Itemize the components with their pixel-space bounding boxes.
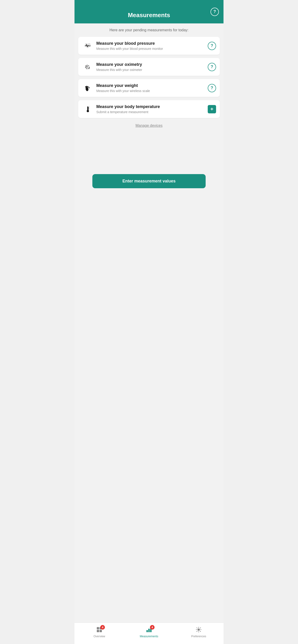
svg-point-7 bbox=[88, 86, 89, 88]
help-action-oximetry[interactable]: ? bbox=[208, 63, 216, 71]
overview-icon-wrap: 4 bbox=[96, 626, 103, 634]
subtitle-text: Here are your pending measurements for t… bbox=[78, 28, 220, 32]
nav-label-overview: Overview bbox=[94, 635, 105, 638]
card-body-blood-pressure: Measure your blood pressure Measure this… bbox=[94, 41, 208, 50]
nav-label-preferences: Preferences bbox=[191, 635, 206, 638]
page-title: Measurements bbox=[128, 12, 170, 19]
measurement-card-oximetry: 2 O Measure your oximetry Measure this w… bbox=[78, 58, 220, 76]
help-button[interactable]: ? bbox=[210, 8, 219, 16]
nav-label-measurements: Measurements bbox=[140, 635, 158, 638]
heartbeat-icon bbox=[82, 42, 94, 50]
card-title-oximetry: Measure your oximetry bbox=[96, 62, 205, 67]
app-header: Measurements ? bbox=[75, 0, 223, 24]
card-body-temperature: Measure your body temperature Submit a t… bbox=[94, 104, 208, 114]
help-action-blood-pressure[interactable]: ? bbox=[208, 42, 216, 50]
bottom-navigation: 4 Overview 4 Measurements Preferences bbox=[75, 622, 223, 644]
add-action-temperature[interactable]: + bbox=[208, 105, 216, 113]
card-subtitle-oximetry: Measure this with your oximeter bbox=[96, 68, 205, 72]
nav-item-preferences[interactable]: Preferences bbox=[174, 625, 223, 639]
card-body-weight: Measure your weight Measure this with yo… bbox=[94, 83, 208, 93]
measurements-badge: 4 bbox=[150, 625, 155, 630]
card-subtitle-blood-pressure: Measure this with your blood pressure mo… bbox=[96, 47, 205, 50]
card-title-blood-pressure: Measure your blood pressure bbox=[96, 41, 205, 46]
measurement-card-temperature: ° Measure your body temperature Submit a… bbox=[78, 100, 220, 118]
manage-devices-link[interactable]: Manage devices bbox=[78, 124, 220, 128]
svg-rect-15 bbox=[97, 627, 99, 630]
svg-text:2: 2 bbox=[89, 67, 90, 69]
svg-rect-20 bbox=[148, 629, 150, 632]
svg-text:°: ° bbox=[89, 106, 90, 107]
card-subtitle-temperature: Submit a temperature measurement bbox=[96, 110, 205, 114]
o2-icon: 2 O bbox=[82, 63, 94, 71]
card-title-temperature: Measure your body temperature bbox=[96, 104, 205, 109]
svg-point-10 bbox=[87, 110, 89, 112]
svg-rect-17 bbox=[97, 630, 99, 632]
measurements-icon-wrap: 4 bbox=[146, 626, 152, 634]
gear-icon bbox=[195, 626, 202, 633]
svg-rect-18 bbox=[100, 630, 102, 632]
preferences-icon-wrap bbox=[195, 626, 202, 634]
main-content: Here are your pending measurements for t… bbox=[75, 24, 223, 622]
svg-text:O: O bbox=[86, 65, 88, 68]
enter-measurement-button[interactable]: Enter measurement values bbox=[92, 174, 206, 188]
measurement-card-blood-pressure: Measure your blood pressure Measure this… bbox=[78, 37, 220, 55]
nav-item-measurements[interactable]: 4 Measurements bbox=[124, 625, 174, 639]
measurement-card-weight: Measure your weight Measure this with yo… bbox=[78, 79, 220, 97]
foot-icon bbox=[82, 84, 94, 92]
card-body-oximetry: Measure your oximetry Measure this with … bbox=[94, 62, 208, 72]
svg-point-8 bbox=[89, 87, 90, 88]
overview-badge: 4 bbox=[100, 625, 105, 630]
help-action-weight[interactable]: ? bbox=[208, 84, 216, 92]
card-subtitle-weight: Measure this with your wireless scale bbox=[96, 89, 205, 93]
nav-item-overview[interactable]: 4 Overview bbox=[75, 625, 124, 639]
card-title-weight: Measure your weight bbox=[96, 83, 205, 88]
thermometer-icon: ° bbox=[82, 105, 94, 113]
svg-rect-19 bbox=[146, 630, 148, 632]
